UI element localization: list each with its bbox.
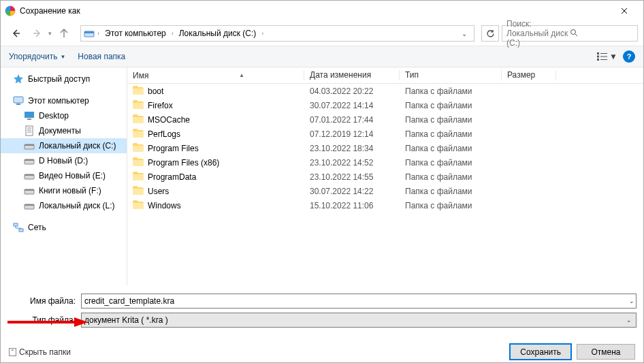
filename-label: Имя файла: xyxy=(7,296,81,306)
column-name[interactable]: Имя▲ xyxy=(127,67,304,83)
svg-rect-28 xyxy=(14,223,18,226)
sidebar-item[interactable]: Книги новый (F:) xyxy=(1,183,127,198)
help-button[interactable]: ? xyxy=(623,50,635,63)
file-type: Папка с файлами xyxy=(400,201,502,210)
sort-asc-icon: ▲ xyxy=(239,72,299,78)
table-row[interactable]: Firefox30.07.2022 14:14Папка с файлами xyxy=(127,98,643,112)
back-button[interactable] xyxy=(6,24,25,43)
refresh-button[interactable] xyxy=(481,25,499,42)
sidebar-item[interactable]: Desktop xyxy=(1,108,127,123)
hide-folders-button[interactable]: ˄ Скрыть папки xyxy=(9,347,71,357)
window-title: Сохранение как xyxy=(20,6,609,16)
drive-icon xyxy=(24,185,35,196)
breadcrumb-item[interactable]: Этот компьютер xyxy=(102,29,169,38)
table-row[interactable]: ProgramData23.10.2022 14:55Папка с файла… xyxy=(127,170,643,184)
close-icon xyxy=(621,7,628,14)
svg-rect-12 xyxy=(25,112,34,118)
folder-icon xyxy=(133,100,144,111)
svg-rect-11 xyxy=(16,104,20,105)
arrow-up-icon xyxy=(59,29,69,38)
file-type: Папка с файлами xyxy=(400,158,502,168)
search-input[interactable]: Поиск: Локальный диск (C:) xyxy=(502,25,638,42)
chevron-down-icon: ▼ xyxy=(609,52,617,61)
sidebar-item[interactable]: Локальный диск (C:) xyxy=(1,138,127,153)
table-row[interactable]: boot04.03.2022 20:22Папка с файлами xyxy=(127,84,643,98)
breadcrumb-item[interactable]: Локальный диск (C:) xyxy=(176,29,259,38)
column-date[interactable]: Дата изменения xyxy=(304,67,400,83)
file-date: 04.03.2022 20:22 xyxy=(304,86,400,96)
filename-input[interactable]: ⌄ xyxy=(81,294,637,309)
address-bar[interactable]: › Этот компьютер › Локальный диск (C:) ›… xyxy=(80,25,474,42)
table-row[interactable]: Users30.07.2022 14:22Папка с файлами xyxy=(127,184,643,198)
svg-rect-8 xyxy=(600,57,607,57)
address-dropdown[interactable]: ⌄ xyxy=(457,30,471,37)
svg-point-3 xyxy=(571,29,576,34)
file-type: Папка с файлами xyxy=(400,129,502,139)
sidebar-item-label: Этот компьютер xyxy=(28,96,89,106)
chevron-down-icon[interactable]: ⌄ xyxy=(628,298,636,304)
sidebar-item[interactable]: D Новый (D:) xyxy=(1,153,127,168)
view-icon xyxy=(597,52,608,61)
svg-rect-21 xyxy=(25,159,34,161)
table-row[interactable]: PerfLogs07.12.2019 12:14Папка с файлами xyxy=(127,127,643,141)
titlebar: Сохранение как xyxy=(1,1,643,21)
sidebar-item[interactable]: Документы xyxy=(1,123,127,138)
table-row[interactable]: Program Files23.10.2022 18:34Папка с фай… xyxy=(127,141,643,155)
file-name: Program Files (x86) xyxy=(148,158,219,168)
save-button[interactable]: Сохранить xyxy=(510,344,571,360)
forward-button[interactable] xyxy=(28,24,47,43)
bottom-panel: Имя файла: ⌄ Тип файла: документ Krita (… xyxy=(1,285,643,334)
chevron-down-icon: ⌄ xyxy=(625,317,633,323)
file-date: 07.01.2022 17:44 xyxy=(304,115,400,125)
column-type[interactable]: Тип xyxy=(400,67,502,83)
pc-icon xyxy=(13,95,24,106)
sidebar-item[interactable]: Видео Новый (E:) xyxy=(1,168,127,183)
sidebar-this-pc[interactable]: Этот компьютер xyxy=(1,93,127,108)
arrow-left-icon xyxy=(11,29,20,38)
folder-icon xyxy=(133,172,144,183)
file-date: 07.12.2019 12:14 xyxy=(304,129,400,139)
main-area: Быстрый доступ Этот компьютер DesktopДок… xyxy=(1,67,643,285)
file-name: Program Files xyxy=(148,144,199,153)
svg-rect-7 xyxy=(600,53,607,54)
table-row[interactable]: MSOCache07.01.2022 17:44Папка с файлами xyxy=(127,112,643,127)
document-icon xyxy=(24,125,35,136)
sidebar: Быстрый доступ Этот компьютер DesktopДок… xyxy=(1,67,127,285)
file-date: 23.10.2022 14:55 xyxy=(304,172,400,182)
new-folder-button[interactable]: Новая папка xyxy=(78,52,125,61)
drive-icon xyxy=(24,140,35,151)
table-row[interactable]: Program Files (x86)23.10.2022 14:52Папка… xyxy=(127,155,643,170)
search-placeholder: Поиск: Локальный диск (C:) xyxy=(506,19,570,48)
column-size[interactable]: Размер xyxy=(502,67,556,83)
sidebar-item-label: Документы xyxy=(39,126,81,136)
file-date: 30.07.2022 14:14 xyxy=(304,101,400,110)
folder-icon xyxy=(133,157,144,168)
file-name: ProgramData xyxy=(148,172,196,182)
drive-icon xyxy=(24,170,35,181)
sidebar-item[interactable]: Локальный диск (L:) xyxy=(1,198,127,213)
organize-button[interactable]: Упорядочить▼ xyxy=(9,52,65,61)
star-icon xyxy=(13,74,24,84)
close-button[interactable] xyxy=(609,1,639,21)
folder-icon xyxy=(133,114,144,125)
arrow-right-icon xyxy=(33,29,42,38)
sidebar-item-label: Быстрый доступ xyxy=(28,74,90,84)
chevron-right-icon: › xyxy=(172,30,174,37)
column-headers: Имя▲ Дата изменения Тип Размер xyxy=(127,67,643,84)
filetype-combobox[interactable]: документ Krita ( *.kra ) ⌄ xyxy=(81,313,637,328)
up-button[interactable] xyxy=(54,24,74,43)
recent-locations-button[interactable]: ▾ xyxy=(48,30,52,37)
file-date: 15.10.2022 11:06 xyxy=(304,201,400,210)
sidebar-item-label: Книги новый (F:) xyxy=(39,186,101,195)
svg-rect-5 xyxy=(597,56,599,58)
file-date: 23.10.2022 18:34 xyxy=(304,144,400,153)
sidebar-network[interactable]: Сеть xyxy=(1,220,127,235)
cancel-button[interactable]: Отмена xyxy=(577,344,635,360)
file-type: Папка с файлами xyxy=(400,187,502,196)
sidebar-quick-access[interactable]: Быстрый доступ xyxy=(1,72,127,86)
table-row[interactable]: Windows15.10.2022 11:06Папка с файлами xyxy=(127,198,643,212)
svg-rect-13 xyxy=(27,119,31,120)
view-options-button[interactable]: ▼ xyxy=(597,52,617,61)
folder-icon xyxy=(133,200,144,211)
sidebar-item-label: Видео Новый (E:) xyxy=(39,171,106,180)
